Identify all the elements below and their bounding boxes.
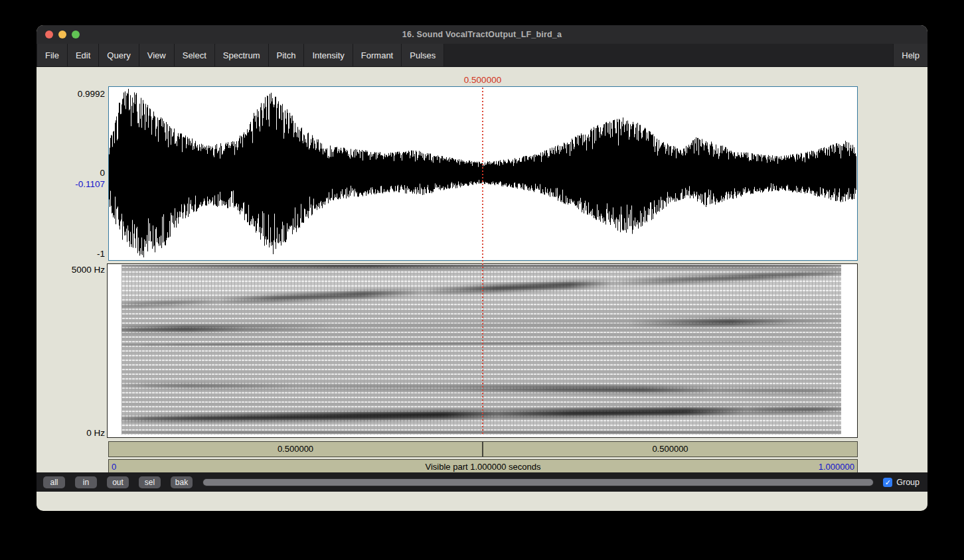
menu-query[interactable]: Query bbox=[99, 44, 139, 66]
menu-file[interactable]: File bbox=[37, 44, 68, 66]
visible-end-time: 1.000000 bbox=[819, 460, 854, 474]
visible-start-time: 0 bbox=[112, 460, 116, 474]
zoom-in-button[interactable]: in bbox=[75, 476, 97, 488]
menu-spectrum[interactable]: Spectrum bbox=[215, 44, 269, 66]
group-checkbox[interactable]: ✓ bbox=[883, 478, 892, 487]
zoom-bak-button[interactable]: bak bbox=[171, 476, 193, 488]
formant-band bbox=[121, 317, 841, 332]
scrollbar-thumb[interactable] bbox=[203, 479, 873, 486]
waveform-zero-label: 0 bbox=[37, 168, 105, 178]
cursor-line[interactable] bbox=[482, 88, 483, 436]
selection-bar-right[interactable]: 0.500000 bbox=[483, 441, 858, 457]
formant-band bbox=[121, 265, 841, 268]
waveform-cursor-value-label: -0.1107 bbox=[37, 179, 105, 190]
editor-content: 0.500000 0.9992 0 -0.1107 -1 5000 Hz 0 H… bbox=[37, 67, 927, 492]
menu-pulses[interactable]: Pulses bbox=[402, 44, 444, 66]
zoom-sel-button[interactable]: sel bbox=[139, 476, 161, 488]
group-checkbox-label: Group bbox=[896, 478, 920, 487]
formant-band bbox=[121, 405, 841, 423]
zoom-window-button[interactable] bbox=[72, 31, 80, 38]
spectrogram-freq-min-label: 0 Hz bbox=[37, 428, 105, 439]
praat-sound-editor-window: 16. Sound VocalTractOutput_LF_bird_a Fil… bbox=[37, 25, 927, 511]
time-scrollbar[interactable] bbox=[202, 478, 874, 486]
menu-view[interactable]: View bbox=[139, 44, 175, 66]
waveform-ymin-label: -1 bbox=[37, 249, 105, 259]
formant-band bbox=[121, 431, 841, 433]
cursor-time-label: 0.500000 bbox=[443, 75, 522, 85]
traffic-lights bbox=[45, 25, 80, 44]
visible-part-duration: Visible part 1.000000 seconds bbox=[426, 462, 541, 472]
minimize-window-button[interactable] bbox=[58, 31, 66, 38]
formant-band bbox=[121, 269, 841, 309]
menu-select[interactable]: Select bbox=[175, 44, 215, 66]
waveform-ymax-label: 0.9992 bbox=[37, 89, 105, 100]
window-title: 16. Sound VocalTractOutput_LF_bird_a bbox=[402, 30, 562, 39]
formant-band bbox=[121, 340, 841, 346]
bottom-toolbar: all in out sel bak ✓ Group bbox=[37, 472, 927, 492]
zoom-all-button[interactable]: all bbox=[43, 476, 65, 488]
selection-left-duration: 0.500000 bbox=[278, 444, 313, 454]
menu-intensity[interactable]: Intensity bbox=[304, 44, 353, 66]
zoom-out-button[interactable]: out bbox=[107, 476, 129, 488]
menu-edit[interactable]: Edit bbox=[68, 44, 99, 66]
menu-help[interactable]: Help bbox=[893, 44, 927, 66]
group-control[interactable]: ✓ Group bbox=[883, 478, 920, 487]
spectrogram-freq-max-label: 5000 Hz bbox=[37, 265, 105, 275]
title-bar[interactable]: 16. Sound VocalTractOutput_LF_bird_a bbox=[37, 25, 927, 44]
spectrogram-image bbox=[121, 265, 841, 435]
selection-right-duration: 0.500000 bbox=[652, 444, 688, 454]
menu-pitch[interactable]: Pitch bbox=[269, 44, 305, 66]
close-window-button[interactable] bbox=[45, 31, 53, 38]
selection-bar-left[interactable]: 0.500000 bbox=[108, 441, 483, 457]
menu-bar: File Edit Query View Select Spectrum Pit… bbox=[37, 44, 927, 67]
menu-formant[interactable]: Formant bbox=[353, 44, 402, 66]
formant-band bbox=[121, 382, 841, 393]
